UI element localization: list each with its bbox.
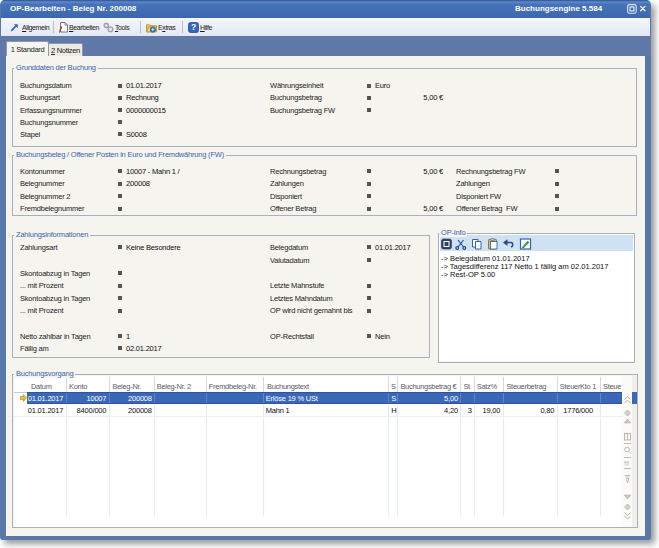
svg-text:?: ?	[191, 22, 196, 32]
svg-text:M: M	[624, 461, 629, 467]
